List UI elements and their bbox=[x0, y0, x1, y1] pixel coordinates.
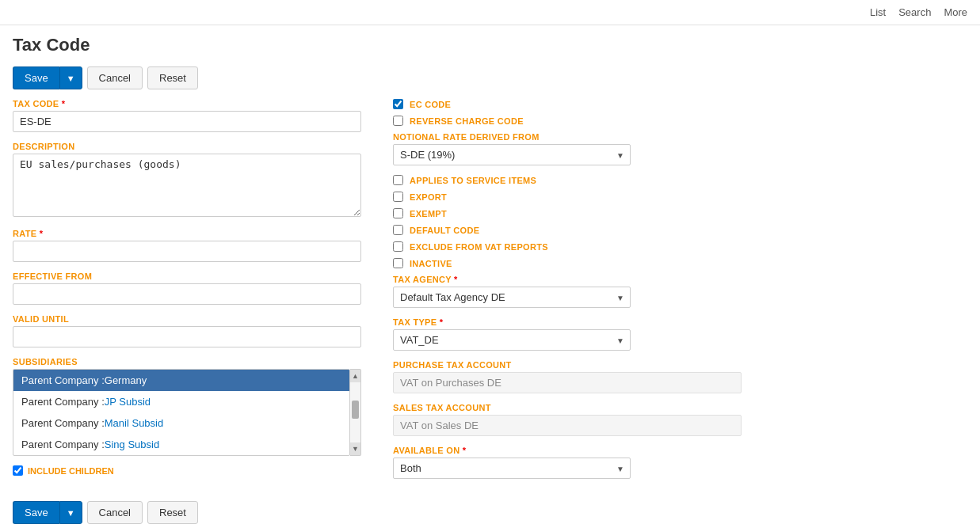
export-row: EXPORT bbox=[393, 192, 742, 202]
description-input[interactable]: EU sales/purchases (goods) bbox=[13, 154, 361, 217]
sales-tax-field: SALES TAX ACCOUNT bbox=[393, 403, 742, 436]
page-title: Tax Code bbox=[13, 35, 967, 55]
inactive-row: INACTIVE bbox=[393, 258, 742, 268]
nav-more[interactable]: More bbox=[944, 6, 967, 18]
exempt-label: EXEMPT bbox=[410, 209, 447, 218]
inactive-label: INACTIVE bbox=[410, 259, 452, 268]
valid-until-input[interactable] bbox=[13, 326, 361, 347]
subsidiary-link[interactable]: Sing Subsid bbox=[105, 439, 159, 450]
sales-tax-input bbox=[393, 415, 742, 436]
tax-code-input[interactable] bbox=[13, 111, 361, 132]
scroll-up-button[interactable]: ▲ bbox=[350, 370, 360, 382]
tax-agency-select-wrapper: Default Tax Agency DE bbox=[393, 287, 631, 308]
reverse-charge-row: REVERSE CHARGE CODE bbox=[393, 116, 742, 126]
subsidiary-item[interactable]: Parent Company : Sing Subsid bbox=[13, 434, 349, 455]
nav-list[interactable]: List bbox=[870, 6, 886, 18]
subsidiaries-label: SUBSIDIARIES bbox=[13, 357, 361, 366]
subsidiary-link[interactable]: JP Subsid bbox=[105, 396, 151, 408]
include-children-row: INCLUDE CHILDREN bbox=[13, 465, 361, 476]
subsidiary-item[interactable]: Parent Company : JP Subsid bbox=[13, 391, 349, 412]
rate-input[interactable] bbox=[13, 241, 361, 262]
subsidiary-link[interactable]: Germany bbox=[105, 374, 147, 386]
tax-agency-label: TAX AGENCY bbox=[393, 275, 742, 284]
valid-until-field: VALID UNTIL bbox=[13, 314, 361, 347]
exclude-vat-checkbox[interactable] bbox=[393, 241, 403, 252]
ec-code-label: EC CODE bbox=[410, 100, 451, 109]
form-body: TAX CODE DESCRIPTION EU sales/purchases … bbox=[0, 99, 980, 488]
bottom-toolbar: Save ▼ Cancel Reset bbox=[0, 488, 980, 524]
description-field: DESCRIPTION EU sales/purchases (goods) bbox=[13, 142, 361, 219]
top-toolbar: Save ▼ Cancel Reset bbox=[0, 66, 980, 99]
inactive-checkbox[interactable] bbox=[393, 258, 403, 268]
ec-code-checkbox[interactable] bbox=[393, 99, 403, 109]
reverse-charge-label: REVERSE CHARGE CODE bbox=[410, 116, 524, 126]
bottom-save-button[interactable]: Save bbox=[13, 501, 59, 524]
exclude-vat-label: EXCLUDE FROM VAT REPORTS bbox=[410, 242, 548, 252]
subsidiaries-list: Parent Company : Germany Parent Company … bbox=[13, 369, 350, 456]
right-section: EC CODE REVERSE CHARGE CODE NOTIONAL RAT… bbox=[393, 99, 742, 479]
tax-agency-select[interactable]: Default Tax Agency DE bbox=[393, 287, 631, 308]
bottom-reset-button[interactable]: Reset bbox=[147, 501, 198, 524]
description-label: DESCRIPTION bbox=[13, 142, 361, 151]
tax-type-select[interactable]: VAT_DE bbox=[393, 329, 631, 351]
notional-rate-select[interactable]: S-DE (19%) None bbox=[393, 144, 631, 165]
save-button-group: Save ▼ bbox=[13, 66, 82, 89]
tax-type-label: TAX TYPE bbox=[393, 317, 742, 327]
default-code-row: DEFAULT CODE bbox=[393, 225, 742, 235]
bottom-save-dropdown-button[interactable]: ▼ bbox=[59, 501, 82, 524]
reverse-charge-checkbox[interactable] bbox=[393, 116, 403, 126]
purchase-tax-input bbox=[393, 372, 742, 393]
effective-from-input[interactable] bbox=[13, 283, 361, 305]
available-on-label: AVAILABLE ON bbox=[393, 446, 742, 455]
export-checkbox[interactable] bbox=[393, 192, 403, 202]
subsidiaries-scrollbar: ▲ ▼ bbox=[350, 369, 361, 456]
nav-search[interactable]: Search bbox=[898, 6, 931, 18]
scroll-down-button[interactable]: ▼ bbox=[350, 442, 360, 455]
subsidiary-prefix: Parent Company : bbox=[21, 417, 105, 429]
effective-from-field: EFFECTIVE FROM bbox=[13, 271, 361, 305]
exempt-checkbox[interactable] bbox=[393, 208, 403, 218]
tax-code-field: TAX CODE bbox=[13, 99, 361, 132]
page-header: Tax Code bbox=[0, 25, 980, 66]
available-on-select[interactable]: Both Sales Purchases bbox=[393, 458, 631, 479]
include-children-checkbox[interactable] bbox=[13, 465, 23, 476]
save-button[interactable]: Save bbox=[13, 66, 59, 89]
scroll-track bbox=[350, 382, 360, 442]
default-code-label: DEFAULT CODE bbox=[410, 226, 479, 235]
tax-type-select-wrapper: VAT_DE bbox=[393, 329, 631, 351]
available-on-field: AVAILABLE ON Both Sales Purchases bbox=[393, 446, 742, 479]
reset-button[interactable]: Reset bbox=[147, 66, 198, 89]
rate-label: RATE bbox=[13, 229, 361, 238]
include-children-label: INCLUDE CHILDREN bbox=[28, 466, 114, 476]
available-on-select-wrapper: Both Sales Purchases bbox=[393, 458, 631, 479]
exempt-row: EXEMPT bbox=[393, 208, 742, 218]
subsidiary-item[interactable]: Parent Company : Manil Subsid bbox=[13, 412, 349, 434]
tax-agency-field: TAX AGENCY Default Tax Agency DE bbox=[393, 275, 742, 308]
notional-rate-label: NOTIONAL RATE DERIVED FROM bbox=[393, 132, 742, 142]
scroll-thumb bbox=[352, 401, 359, 419]
notional-rate-select-wrapper: S-DE (19%) None bbox=[393, 144, 631, 165]
cancel-button[interactable]: Cancel bbox=[87, 66, 143, 89]
purchase-tax-field: PURCHASE TAX ACCOUNT bbox=[393, 360, 742, 393]
subsidiary-prefix: Parent Company : bbox=[21, 374, 105, 386]
notional-rate-field: NOTIONAL RATE DERIVED FROM S-DE (19%) No… bbox=[393, 132, 742, 165]
tax-code-label: TAX CODE bbox=[13, 99, 361, 108]
export-label: EXPORT bbox=[410, 192, 447, 202]
form-left: TAX CODE DESCRIPTION EU sales/purchases … bbox=[13, 99, 361, 488]
form-right: EC CODE REVERSE CHARGE CODE NOTIONAL RAT… bbox=[393, 99, 967, 488]
subsidiary-item[interactable]: Parent Company : Germany bbox=[13, 370, 349, 391]
save-dropdown-button[interactable]: ▼ bbox=[59, 66, 82, 89]
tax-type-field: TAX TYPE VAT_DE bbox=[393, 317, 742, 351]
ec-code-row: EC CODE bbox=[393, 99, 742, 109]
subsidiary-prefix: Parent Company : bbox=[21, 396, 105, 408]
exclude-vat-row: EXCLUDE FROM VAT REPORTS bbox=[393, 241, 742, 252]
applies-service-row: APPLIES TO SERVICE ITEMS bbox=[393, 175, 742, 185]
subsidiary-link[interactable]: Manil Subsid bbox=[105, 417, 163, 429]
sales-tax-label: SALES TAX ACCOUNT bbox=[393, 403, 742, 412]
applies-service-label: APPLIES TO SERVICE ITEMS bbox=[410, 176, 536, 185]
applies-service-checkbox[interactable] bbox=[393, 175, 403, 185]
bottom-cancel-button[interactable]: Cancel bbox=[87, 501, 143, 524]
bottom-save-button-group: Save ▼ bbox=[13, 501, 82, 524]
purchase-tax-label: PURCHASE TAX ACCOUNT bbox=[393, 360, 742, 370]
default-code-checkbox[interactable] bbox=[393, 225, 403, 235]
